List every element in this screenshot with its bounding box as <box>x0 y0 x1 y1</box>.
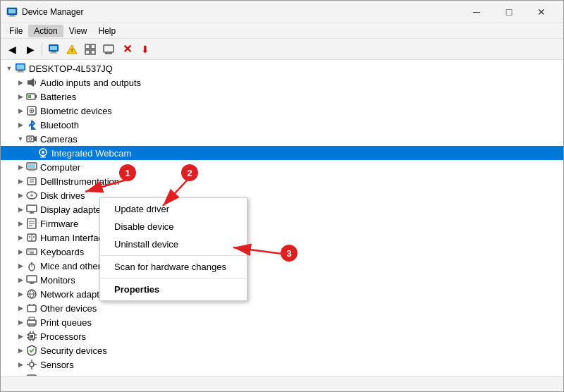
dell-expand-icon: ▶ <box>15 176 26 187</box>
toolbar-down-button[interactable]: ⬇ <box>137 41 154 58</box>
tree-item-processors[interactable]: ▶ Processors <box>1 329 563 343</box>
tree-panel[interactable]: ▼ DESKTOP-4L537JQ ▶ <box>1 60 563 376</box>
toolbar-warn-button[interactable]: ! <box>63 41 80 58</box>
hid-icon <box>26 232 37 243</box>
tree-root[interactable]: ▼ DESKTOP-4L537JQ <box>1 61 563 75</box>
svg-rect-19 <box>17 65 25 70</box>
processors-expand-icon: ▶ <box>15 331 26 342</box>
hid-expand-icon: ▶ <box>15 232 26 243</box>
mice-expand-icon: ▶ <box>15 260 26 271</box>
computer-expand-icon: ▶ <box>15 161 26 173</box>
mice-icon <box>26 260 37 271</box>
toolbar-forward-button[interactable]: ▶ <box>22 41 39 58</box>
tree-item-computer[interactable]: ▶ Computer <box>1 160 563 174</box>
menu-bar: File Action View Help <box>1 23 563 39</box>
biometric-expand-icon: ▶ <box>15 105 26 116</box>
tree-item-software-components[interactable]: ▶ Software components <box>1 372 563 376</box>
firmware-label: Firmware <box>40 219 78 229</box>
svg-point-55 <box>33 236 35 238</box>
toolbar-back-button[interactable]: ◀ <box>4 41 20 58</box>
dell-label: DellInstrumentation <box>40 176 119 187</box>
tree-item-batteries[interactable]: ▶ Batteries <box>1 90 563 104</box>
svg-rect-56 <box>27 249 37 255</box>
tree-item-security[interactable]: ▶ Security devices <box>1 343 563 357</box>
toolbar-x-button[interactable]: ✕ <box>118 41 135 58</box>
cameras-label: Cameras <box>40 134 78 145</box>
svg-rect-34 <box>42 156 44 157</box>
tree-item-biometric[interactable]: ▶ Biometric devices <box>1 104 563 118</box>
svg-rect-11 <box>91 44 95 49</box>
svg-rect-37 <box>28 164 35 168</box>
svg-marker-23 <box>30 78 34 87</box>
webcam-expand-icon <box>26 147 37 159</box>
svg-rect-6 <box>51 51 56 53</box>
svg-point-28 <box>31 110 33 112</box>
tree-item-network[interactable]: ▶ Network adapters <box>1 287 563 301</box>
title-bar-left: Device Manager <box>6 6 83 18</box>
bluetooth-label: Bluetooth <box>40 120 79 130</box>
svg-rect-12 <box>85 50 90 54</box>
monitors-label: Monitors <box>40 275 75 286</box>
toolbar-screen-button[interactable] <box>100 41 117 58</box>
audio-label: Audio inputs and outputs <box>40 78 141 88</box>
security-expand-icon: ▶ <box>15 345 26 356</box>
sw-comp-expand-icon: ▶ <box>15 373 26 376</box>
root-label: DESKTOP-4L537JQ <box>29 63 113 74</box>
tree-item-print[interactable]: ▶ Print queues <box>1 315 563 329</box>
menu-help[interactable]: Help <box>93 25 122 37</box>
tree-item-webcam[interactable]: Integrated Webcam <box>1 146 563 160</box>
tree-item-dell[interactable]: ▶ DellInstrumentation <box>1 174 563 188</box>
tree-item-display[interactable]: ▶ Display adapters <box>1 202 563 216</box>
svg-point-85 <box>30 362 34 367</box>
svg-text:!: ! <box>71 47 73 54</box>
toolbar-separator-1 <box>42 42 42 56</box>
tree-item-hid[interactable]: ▶ Human Interface Device <box>1 231 563 245</box>
svg-rect-22 <box>27 80 30 85</box>
svg-rect-45 <box>27 205 37 212</box>
minimize-button[interactable]: ─ <box>460 1 493 23</box>
context-uninstall-device[interactable]: Uninstall device <box>100 235 247 253</box>
svg-point-44 <box>30 195 33 197</box>
device-manager-window: Device Manager ─ □ ✕ File Action View He… <box>0 0 564 392</box>
tree-item-cameras[interactable]: ▼ Cameras <box>1 132 563 146</box>
svg-rect-20 <box>18 71 23 72</box>
toolbar-grid-button[interactable] <box>82 41 99 58</box>
other-label: Other devices <box>40 303 97 314</box>
menu-action[interactable]: Action <box>28 25 63 37</box>
tree-item-bluetooth[interactable]: ▶ Bluetooth <box>1 118 563 132</box>
computer-label: Computer <box>40 162 80 173</box>
display-icon <box>26 204 37 215</box>
tree-item-audio[interactable]: ▶ Audio inputs and outputs <box>1 75 563 90</box>
close-button[interactable]: ✕ <box>525 1 558 23</box>
menu-file[interactable]: File <box>4 25 28 37</box>
print-icon <box>26 317 37 328</box>
svg-rect-60 <box>30 252 34 254</box>
tree-item-monitors[interactable]: ▶ Monitors <box>1 273 563 287</box>
tree-item-firmware[interactable]: ▶ Firmware <box>1 216 563 231</box>
batteries-expand-icon: ▶ <box>15 91 26 102</box>
context-properties[interactable]: Properties <box>100 281 247 298</box>
context-sep-1 <box>100 255 247 256</box>
audio-expand-icon: ▶ <box>15 77 26 88</box>
computer-icon <box>26 161 37 173</box>
tree-item-mice[interactable]: ▶ Mice and other pointing devices <box>1 259 563 273</box>
menu-view[interactable]: View <box>63 25 93 37</box>
toolbar-computer-button[interactable] <box>45 41 62 58</box>
context-menu: Update driver Disable device Uninstall d… <box>99 197 247 301</box>
sensors-expand-icon: ▶ <box>15 359 26 370</box>
tree-item-other[interactable]: ▶ Other devices <box>1 301 563 315</box>
maximize-button[interactable]: □ <box>493 1 525 23</box>
keyboards-label: Keyboards <box>40 247 84 257</box>
firmware-icon <box>26 218 37 229</box>
title-bar: Device Manager ─ □ ✕ <box>1 1 563 23</box>
tree-item-disk[interactable]: ▶ Disk drives <box>1 188 563 202</box>
batteries-icon <box>26 91 37 102</box>
disk-icon <box>26 190 37 201</box>
tree-item-sensors[interactable]: ▶ Sensors <box>1 357 563 372</box>
context-scan-hardware[interactable]: Scan for hardware changes <box>100 258 247 276</box>
other-expand-icon: ▶ <box>15 302 26 314</box>
content-area: ▼ DESKTOP-4L537JQ ▶ <box>1 60 563 376</box>
context-disable-device[interactable]: Disable device <box>100 218 247 235</box>
network-expand-icon: ▶ <box>15 288 26 300</box>
context-update-driver[interactable]: Update driver <box>100 200 247 218</box>
